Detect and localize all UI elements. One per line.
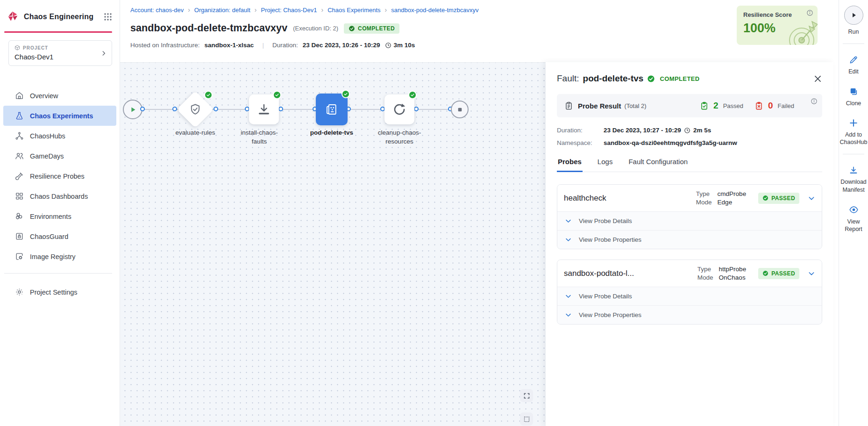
tab-logs[interactable]: Logs: [597, 158, 614, 172]
clone-button[interactable]: Clone: [846, 87, 861, 107]
sidebar-item-label: ChaosHubs: [30, 132, 65, 140]
duration-label: Duration:: [272, 42, 298, 49]
breadcrumb: Account: chaos-dev › Organization: defau…: [130, 7, 839, 14]
clone-label: Clone: [846, 100, 861, 107]
failed-count: 0: [768, 101, 773, 111]
plus-icon: [849, 118, 858, 128]
edit-button[interactable]: Edit: [848, 55, 859, 75]
check-circle-icon: [762, 195, 768, 201]
fullscreen-button[interactable]: [520, 389, 533, 402]
sidebar-item-resilience-probes[interactable]: Resilience Probes: [3, 166, 116, 186]
nine-dot-grid-icon[interactable]: [104, 13, 112, 21]
edge-port: [140, 107, 145, 111]
view-probe-properties-link[interactable]: View Probe Properties: [557, 305, 822, 324]
info-icon[interactable]: [811, 98, 818, 105]
chevron-down-icon[interactable]: [808, 270, 815, 277]
pipeline-start-node[interactable]: [123, 100, 142, 119]
sidebar-item-chaosguard[interactable]: ChaosGuard: [3, 226, 116, 246]
resilience-score-label: Resilience Score: [743, 11, 812, 18]
link-label: View Probe Properties: [579, 311, 641, 318]
fault-name: pod-delete-tvs: [583, 73, 644, 84]
probe-name: healthcheck: [564, 194, 696, 203]
flask-icon: [14, 111, 24, 121]
project-name: Chaos-Dev1: [14, 53, 106, 61]
chevron-down-icon: [565, 217, 572, 224]
chevron-down-icon: [565, 311, 572, 318]
node-label: cleanup-chaos-resources: [375, 129, 424, 146]
probe-type-mode: Type httpProbe Mode OnChaos: [697, 266, 746, 281]
breadcrumb-experiment-name[interactable]: sandbox-pod-delete-tmzbcavxyv: [391, 7, 478, 14]
probe-status-badge: PASSED: [758, 193, 799, 204]
link-label: View Probe Properties: [579, 236, 641, 243]
edge-port: [278, 107, 283, 111]
app-root: Chaos Engineering PROJE: [0, 0, 868, 426]
node-pod-delete-tvs[interactable]: [316, 94, 348, 125]
experiment-meta: Hosted on Infrastructure: sandbox-1-xlsa…: [130, 42, 839, 49]
probe-result-total: (Total 2): [625, 102, 647, 109]
view-report-button[interactable]: View Report: [839, 205, 868, 233]
mode-label: Mode: [697, 274, 713, 281]
breadcrumb-organization[interactable]: Organization: default: [194, 7, 250, 14]
node-install-chaos-faults[interactable]: [249, 94, 279, 124]
hosted-label: Hosted on Infrastructure:: [130, 42, 200, 49]
link-label: View Probe Details: [579, 217, 632, 224]
rail-divider: [843, 43, 864, 44]
dashboard-icon: [14, 192, 24, 201]
link-label: View Probe Details: [579, 293, 632, 300]
marquee-select-button[interactable]: [520, 412, 533, 426]
breadcrumb-chaos-experiments[interactable]: Chaos Experiments: [327, 7, 380, 14]
view-probe-details-link[interactable]: View Probe Details: [557, 287, 822, 305]
sidebar-item-chaos-dashboards[interactable]: Chaos Dashboards: [3, 186, 116, 206]
node-success-badge: [408, 91, 417, 99]
stop-icon: [457, 107, 463, 113]
node-cleanup-chaos-resources[interactable]: [384, 94, 414, 124]
info-icon[interactable]: [806, 9, 813, 16]
sidebar-item-chaoshubs[interactable]: ChaosHubs: [3, 126, 116, 146]
pipeline-canvas[interactable]: evaluate-rules install-chaos-faults pod-…: [120, 62, 546, 426]
check-circle-icon: [762, 270, 768, 276]
fault-details-panel: Fault: pod-delete-tvs COMPLETED Probe Re…: [546, 62, 833, 426]
play-icon: [129, 106, 136, 113]
chaos-logo-icon: [7, 10, 19, 23]
fault-duration-label: Duration:: [557, 127, 604, 134]
lock-square-icon: [14, 232, 24, 241]
node-success-badge: [204, 91, 213, 99]
run-button[interactable]: [844, 6, 863, 25]
chevron-right-icon: ›: [255, 7, 257, 13]
tab-probes[interactable]: Probes: [557, 158, 583, 172]
chevron-down-icon[interactable]: [808, 195, 815, 202]
fault-label: Fault:: [557, 73, 579, 84]
sidebar-item-overview[interactable]: Overview: [3, 86, 116, 106]
fault-status: COMPLETED: [660, 75, 699, 82]
people-icon: [14, 152, 24, 161]
status-badge-label: COMPLETED: [358, 25, 395, 32]
divider: |: [258, 42, 268, 49]
sidebar-item-environments[interactable]: Environments: [3, 206, 116, 226]
mode-label: Mode: [696, 199, 712, 206]
breadcrumb-project[interactable]: Project: Chaos-Dev1: [261, 7, 317, 14]
sidebar-item-gamedays[interactable]: GameDays: [3, 146, 116, 166]
duration-value: 23 Dec 2023, 10:26 - 10:29: [303, 42, 380, 49]
download-icon: [257, 102, 271, 116]
project-card-label: PROJECT: [23, 45, 48, 51]
view-probe-details-link[interactable]: View Probe Details: [557, 211, 822, 230]
view-report-label: View Report: [839, 218, 868, 233]
sidebar-item-project-settings[interactable]: Project Settings: [3, 282, 116, 302]
tab-fault-configuration[interactable]: Fault Configuration: [627, 158, 689, 172]
edge-port: [172, 107, 177, 111]
breadcrumb-account[interactable]: Account: chaos-dev: [130, 7, 184, 14]
node-success-badge: [273, 91, 281, 99]
sidebar-item-chaos-experiments[interactable]: Chaos Experiments: [3, 106, 116, 126]
play-icon: [850, 12, 857, 19]
chevron-right-icon: ›: [321, 7, 323, 13]
pipeline-end-node[interactable]: [451, 101, 469, 118]
elapsed-time: 3m 10s: [385, 42, 415, 49]
type-label: Type: [696, 190, 712, 197]
sidebar-item-image-registry[interactable]: Image Registry: [3, 246, 116, 267]
download-manifest-button[interactable]: Download Manifest: [839, 166, 868, 194]
add-to-chaoshub-button[interactable]: Add to ChaosHub: [839, 118, 868, 146]
view-probe-properties-link[interactable]: View Probe Properties: [557, 230, 822, 249]
close-icon[interactable]: [813, 74, 822, 83]
project-selector[interactable]: PROJECT Chaos-Dev1: [8, 40, 112, 66]
status-badge: COMPLETED: [344, 23, 399, 34]
